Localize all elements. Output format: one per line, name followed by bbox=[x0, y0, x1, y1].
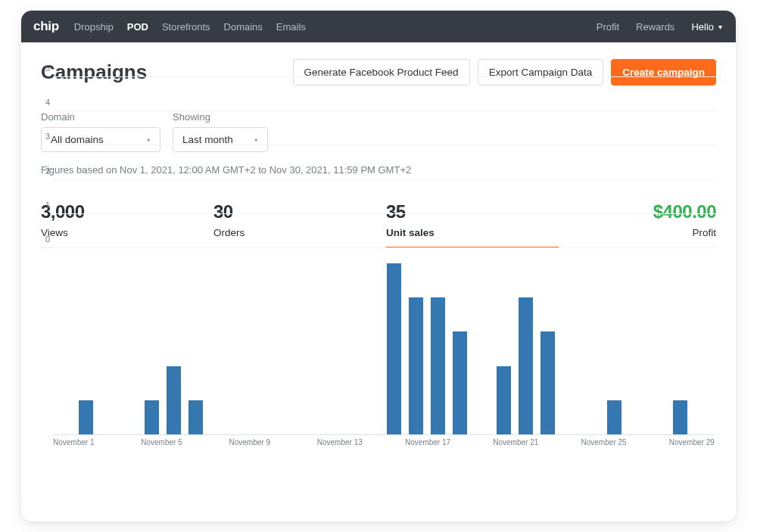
gridline bbox=[53, 110, 716, 111]
action-buttons: Generate Facebook Product Feed Export Ca… bbox=[293, 59, 717, 86]
stat-views-value: 3,000 bbox=[41, 201, 213, 222]
nav-pod[interactable]: POD bbox=[127, 21, 148, 33]
stat-profit[interactable]: $400.00 Profit bbox=[625, 201, 716, 247]
topbar: chip Dropship POD Storefronts Domains Em… bbox=[21, 11, 736, 42]
unit-sales-chart: 012345 November 1November 5November 9Nov… bbox=[53, 263, 716, 450]
bar-slot bbox=[295, 263, 317, 434]
y-tick-label: 3 bbox=[41, 132, 50, 141]
export-campaign-data-button[interactable]: Export Campaign Data bbox=[478, 59, 604, 86]
chevron-down-icon: ▾ bbox=[718, 23, 722, 31]
bar-slot bbox=[405, 263, 427, 434]
domain-select-value: All domains bbox=[51, 134, 104, 145]
bar-slot bbox=[273, 263, 295, 434]
stat-unit-sales-value: 35 bbox=[386, 201, 559, 222]
showing-select-value: Last month bbox=[182, 134, 233, 145]
bar bbox=[673, 400, 687, 434]
nav-right: Profit Rewards Hello ▾ bbox=[597, 21, 722, 33]
stats-row: 3,000 Views 30 Orders 35 Unit sales $400… bbox=[41, 201, 716, 248]
bar bbox=[145, 400, 159, 434]
gridline bbox=[53, 76, 716, 77]
bar-slot bbox=[185, 263, 207, 434]
bar-slot bbox=[207, 263, 229, 434]
bar-slot bbox=[427, 263, 449, 434]
stat-orders-label: Orders bbox=[213, 227, 386, 238]
chart-area: 012345 November 1November 5November 9Nov… bbox=[41, 263, 716, 450]
bar bbox=[453, 331, 467, 434]
y-tick-label: 1 bbox=[41, 201, 50, 210]
showing-select[interactable]: Last month ▾ bbox=[173, 127, 268, 152]
showing-filter: Showing Last month ▾ bbox=[173, 111, 268, 152]
bar bbox=[519, 297, 533, 434]
stat-unit-sales[interactable]: 35 Unit sales bbox=[386, 201, 559, 247]
gridline bbox=[53, 145, 716, 145]
nav-domains[interactable]: Domains bbox=[224, 21, 263, 33]
figures-note: Figures based on Nov 1, 2021, 12:00 AM G… bbox=[41, 164, 716, 176]
bar-slot bbox=[229, 263, 251, 434]
gridline bbox=[53, 213, 716, 214]
content: Campaigns Generate Facebook Product Feed… bbox=[21, 42, 736, 450]
main-nav: Dropship POD Storefronts Domains Emails bbox=[74, 21, 306, 33]
stat-views[interactable]: 3,000 Views bbox=[41, 201, 213, 247]
nav-profit[interactable]: Profit bbox=[597, 21, 619, 33]
domain-select[interactable]: All domains ▾ bbox=[41, 127, 160, 152]
bar-slot bbox=[317, 263, 339, 434]
bar bbox=[387, 263, 401, 434]
caret-down-icon: ▾ bbox=[254, 136, 258, 144]
bar-slot bbox=[53, 263, 75, 434]
bar-slot bbox=[647, 263, 669, 434]
bar-slot bbox=[97, 263, 119, 434]
bar-slot bbox=[449, 263, 471, 434]
bar-slot bbox=[625, 263, 647, 434]
bar bbox=[497, 366, 511, 434]
bar bbox=[431, 297, 445, 434]
gridline bbox=[53, 247, 716, 248]
bar-slot bbox=[383, 263, 405, 434]
user-menu-label: Hello bbox=[691, 21, 714, 33]
bar-slot bbox=[559, 263, 581, 434]
nav-storefronts[interactable]: Storefronts bbox=[162, 21, 210, 33]
bar bbox=[79, 400, 93, 434]
stat-unit-sales-label: Unit sales bbox=[386, 227, 559, 238]
bar-slot bbox=[493, 263, 515, 434]
domain-filter-label: Domain bbox=[41, 111, 160, 123]
domain-filter: Domain All domains ▾ bbox=[41, 111, 160, 152]
bar-slot bbox=[669, 263, 691, 434]
nav-rewards[interactable]: Rewards bbox=[636, 21, 674, 33]
bar bbox=[409, 297, 423, 434]
stat-orders[interactable]: 30 Orders bbox=[213, 201, 386, 247]
bar bbox=[188, 400, 203, 434]
bar bbox=[607, 400, 621, 434]
y-tick-label: 0 bbox=[41, 235, 50, 244]
nav-emails[interactable]: Emails bbox=[276, 21, 306, 33]
stat-orders-value: 30 bbox=[213, 201, 386, 222]
logo: chip bbox=[33, 19, 59, 34]
bar-slot bbox=[339, 263, 361, 434]
bar bbox=[540, 331, 555, 434]
bar bbox=[167, 366, 181, 434]
header-row: Campaigns Generate Facebook Product Feed… bbox=[41, 59, 716, 86]
bar-slot bbox=[471, 263, 493, 434]
bar-slot bbox=[691, 263, 713, 434]
caret-down-icon: ▾ bbox=[147, 136, 151, 144]
y-tick-label: 4 bbox=[41, 98, 50, 107]
bar-slot bbox=[119, 263, 141, 434]
bar-slot bbox=[515, 263, 537, 434]
bar-slot bbox=[537, 263, 559, 434]
stat-views-label: Views bbox=[41, 227, 213, 238]
page-title: Campaigns bbox=[41, 61, 147, 84]
bar-slot bbox=[251, 263, 273, 434]
bar-slot bbox=[603, 263, 625, 434]
create-campaign-button[interactable]: Create campaign bbox=[611, 59, 716, 86]
stat-profit-label: Profit bbox=[625, 227, 716, 238]
gridline bbox=[53, 179, 716, 180]
filters: Domain All domains ▾ Showing Last month … bbox=[41, 111, 716, 152]
generate-facebook-feed-button[interactable]: Generate Facebook Product Feed bbox=[293, 59, 470, 86]
user-menu[interactable]: Hello ▾ bbox=[691, 21, 722, 33]
stat-profit-value: $400.00 bbox=[625, 201, 716, 222]
showing-filter-label: Showing bbox=[173, 111, 268, 123]
y-tick-label: 5 bbox=[41, 64, 50, 73]
bar-slot bbox=[141, 263, 163, 434]
y-tick-label: 2 bbox=[41, 166, 50, 176]
nav-dropship[interactable]: Dropship bbox=[74, 21, 114, 33]
bar-slot bbox=[163, 263, 185, 434]
